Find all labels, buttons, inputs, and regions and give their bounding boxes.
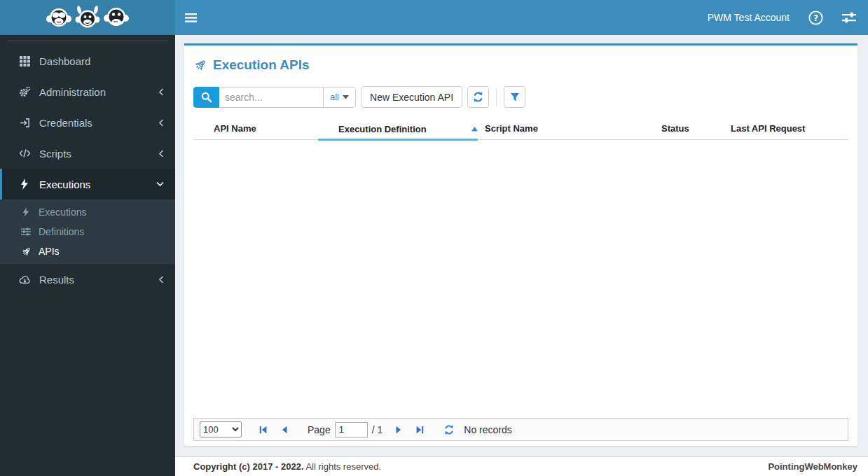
- grid-icon: [16, 56, 33, 66]
- caret-down-icon: [343, 95, 349, 99]
- column-header-execution-definition[interactable]: Execution Definition: [318, 119, 478, 140]
- chevron-left-icon: [158, 276, 164, 284]
- footer-brand: PointingWebMonkey: [768, 461, 857, 472]
- table-empty-body: [193, 141, 848, 424]
- sign-in-icon: [16, 118, 33, 128]
- sidebar-subitem-apis[interactable]: APIs: [0, 241, 175, 261]
- main-content: Execution APIs all New Execution API: [175, 35, 868, 456]
- gears-icon: [16, 86, 33, 97]
- sort-asc-icon: [471, 127, 478, 132]
- new-execution-api-button[interactable]: New Execution API: [361, 86, 462, 108]
- chevron-left-icon: [158, 150, 164, 158]
- account-menu[interactable]: PWM Test Account: [708, 12, 790, 23]
- next-page-button[interactable]: [391, 422, 406, 438]
- api-table: API Name Execution Definition Script Nam…: [193, 119, 848, 424]
- records-status: No records: [464, 424, 511, 435]
- copyright-text: Copyright (c) 2017 - 2022. All rights re…: [193, 461, 381, 472]
- app-logo[interactable]: [0, 0, 175, 35]
- sidebar-divider: [7, 41, 168, 41]
- search-scope-dropdown[interactable]: all: [323, 87, 356, 108]
- sidebar-item-label: Results: [39, 274, 74, 286]
- question-circle-icon: ?: [808, 10, 823, 25]
- previous-page-icon: [280, 425, 289, 435]
- sidebar-subitem-definitions[interactable]: Definitions: [0, 222, 175, 241]
- page-title-text: Execution APIs: [213, 57, 310, 73]
- sidebar-item-label: Executions: [39, 178, 90, 190]
- column-header-last-api-request[interactable]: Last API Request: [722, 119, 848, 140]
- sidebar-subitem-executions[interactable]: Executions: [0, 202, 175, 222]
- refresh-button[interactable]: [467, 86, 489, 108]
- svg-text:?: ?: [813, 13, 818, 22]
- pager-refresh-button[interactable]: [441, 422, 457, 438]
- sidebar-item-label: Scripts: [39, 148, 71, 160]
- help-button[interactable]: ?: [808, 10, 823, 25]
- sliders-icon: [842, 12, 856, 23]
- three-monkeys-logo: [43, 3, 132, 32]
- column-header-status[interactable]: Status: [652, 119, 722, 140]
- sidebar-subitem-label: Executions: [39, 206, 86, 218]
- pagination-bar: 100 Page / 1: [193, 418, 848, 441]
- page-number-input[interactable]: [335, 422, 368, 438]
- sidebar-item-label: Dashboard: [39, 55, 90, 67]
- refresh-icon: [443, 424, 455, 435]
- search-scope-value: all: [330, 92, 339, 102]
- chevron-down-icon: [156, 181, 164, 187]
- sidebar-item-label: Administration: [39, 86, 106, 98]
- toolbar: all New Execution API: [193, 86, 848, 108]
- sidebar-item-scripts[interactable]: Scripts: [0, 138, 175, 169]
- search-button[interactable]: [193, 87, 219, 108]
- page-footer: Copyright (c) 2017 - 2022. All rights re…: [175, 456, 868, 476]
- sidebar-item-results[interactable]: Results: [0, 264, 175, 295]
- bolt-icon: [16, 178, 33, 190]
- sidebar-toggle-button[interactable]: [175, 0, 207, 35]
- next-page-icon: [394, 425, 403, 435]
- filter-button[interactable]: [504, 86, 525, 108]
- first-page-icon: [259, 425, 268, 435]
- rocket-icon: [18, 246, 34, 257]
- last-page-button[interactable]: [412, 422, 427, 438]
- page-label: Page: [308, 424, 331, 435]
- first-page-button[interactable]: [256, 422, 271, 438]
- sliders-icon: [18, 227, 34, 236]
- column-header-script-name[interactable]: Script Name: [478, 119, 652, 140]
- previous-page-button[interactable]: [277, 422, 292, 438]
- sidebar-subitem-label: APIs: [39, 246, 60, 257]
- sidebar-item-executions[interactable]: Executions: [0, 169, 175, 200]
- filter-funnel-icon: [510, 92, 520, 102]
- column-header-api-name[interactable]: API Name: [193, 119, 318, 140]
- execution-apis-panel: Execution APIs all New Execution API: [184, 43, 857, 446]
- hamburger-icon: [185, 13, 197, 22]
- search-group: all: [193, 87, 356, 108]
- chevron-left-icon: [158, 88, 164, 96]
- search-icon: [201, 92, 212, 103]
- code-icon: [16, 148, 33, 158]
- search-input[interactable]: [219, 87, 323, 108]
- sidebar-item-label: Credentials: [39, 117, 92, 129]
- settings-button[interactable]: [841, 10, 857, 25]
- total-pages: / 1: [372, 424, 383, 435]
- sidebar-item-administration[interactable]: Administration: [0, 76, 175, 107]
- chevron-left-icon: [158, 119, 164, 127]
- executions-submenu: Executions Definitions: [0, 200, 175, 264]
- cloud-download-icon: [16, 274, 33, 284]
- rocket-icon: [193, 58, 207, 72]
- page-size-select[interactable]: 100: [200, 421, 242, 438]
- toolbar-divider: [496, 88, 497, 106]
- sidebar-item-credentials[interactable]: Credentials: [0, 107, 175, 138]
- sidebar-item-dashboard[interactable]: Dashboard: [0, 46, 175, 76]
- last-page-icon: [415, 425, 425, 435]
- sidebar-nav: Dashboard Administration Credentials: [0, 35, 175, 476]
- top-navbar: PWM Test Account ?: [175, 0, 868, 35]
- refresh-icon: [472, 91, 484, 103]
- page-title: Execution APIs: [184, 46, 857, 73]
- sidebar-subitem-label: Definitions: [39, 226, 84, 237]
- bolt-icon: [18, 207, 34, 217]
